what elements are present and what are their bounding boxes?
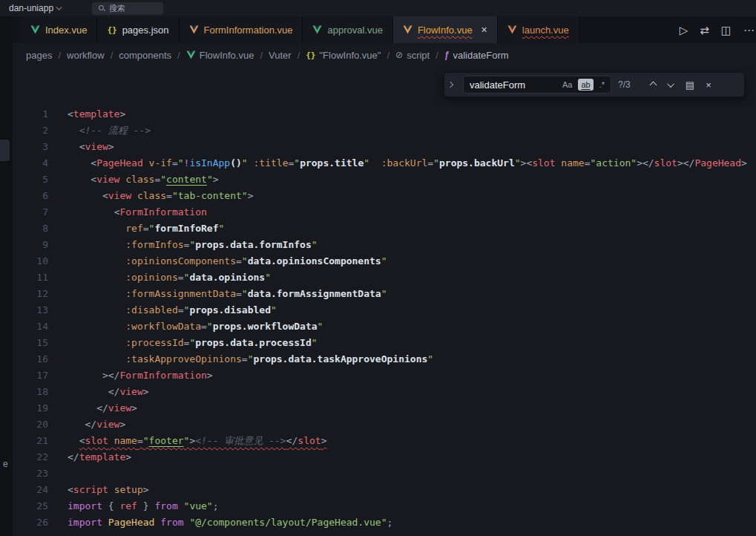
- code-line-text: :opinions="data.opinions": [125, 269, 271, 286]
- line-number: 19: [13, 400, 48, 416]
- breadcrumb-label: "FlowInfo.vue": [320, 50, 381, 61]
- tab-flowinfo-vue[interactable]: FlowInfo.vue×: [393, 16, 498, 43]
- close-find-button[interactable]: ×: [703, 79, 714, 91]
- code-line-text: <template>: [68, 106, 125, 122]
- tab-launch-vue[interactable]: launch.vue: [498, 16, 579, 43]
- breadcrumb-separator: /: [298, 50, 300, 61]
- regex-button[interactable]: .*: [596, 79, 608, 91]
- tab-label: Index.vue: [45, 24, 87, 36]
- code-line[interactable]: 5 <view class="content">: [13, 171, 756, 188]
- line-number: 17: [13, 367, 48, 384]
- code-line[interactable]: 13 :disabled="props.disabled": [13, 302, 756, 318]
- code-line[interactable]: 15 :processId="props.data.processId": [13, 335, 756, 351]
- code-line-text: :opinionsComponents="data.opinionsCompon…: [125, 253, 387, 269]
- code-line-text: import PageHead from "@/components/layou…: [68, 514, 392, 531]
- code-line-text: <slot name="footer"><!-- 审批意见 --></slot>: [79, 433, 327, 449]
- code-line[interactable]: 10 :opinionsComponents="data.opinionsCom…: [13, 253, 756, 269]
- code-line[interactable]: 7 <FormInformation: [13, 204, 756, 220]
- tab-index-vue[interactable]: Index.vue: [21, 16, 97, 43]
- find-widget: Aa ab .* ?/3 ▤ ×: [444, 72, 745, 97]
- sidebar-marker[interactable]: [0, 140, 10, 161]
- code-line-text: <view>: [79, 139, 114, 155]
- tab-pages-json[interactable]: {}pages.json: [97, 16, 179, 43]
- breadcrumb: pages/workflow/components/FlowInfo.vue/V…: [13, 43, 756, 67]
- code-line[interactable]: 3 <view>: [13, 139, 756, 155]
- breadcrumb-item-workflow[interactable]: workflow: [67, 50, 105, 61]
- line-number: 4: [13, 155, 48, 171]
- tab-forminformation-vue[interactable]: FormInformation.vue: [180, 16, 303, 43]
- code-line[interactable]: 12 :formAssignmentData="data.formAssignm…: [13, 286, 756, 302]
- run-button[interactable]: ▷: [680, 24, 688, 36]
- breadcrumb-item-pages[interactable]: pages: [26, 50, 52, 61]
- code-line[interactable]: 16 :taskApproveOpinions="props.data.task…: [13, 351, 756, 367]
- breadcrumb-separator: /: [260, 50, 263, 61]
- split-editor-button[interactable]: ◫: [721, 24, 732, 36]
- code-line[interactable]: 17 ></FormInformation>: [13, 367, 756, 384]
- breadcrumb-item-flowinfo-vue[interactable]: FlowInfo.vue: [186, 50, 254, 61]
- line-number: 1: [13, 106, 48, 122]
- breadcrumb-item--flowinfo-vue-[interactable]: {}"FlowInfo.vue": [306, 50, 381, 61]
- breadcrumb-item-script[interactable]: ⊘script: [395, 50, 430, 61]
- code-line-text: </view>: [85, 416, 125, 433]
- match-case-button[interactable]: Aa: [559, 79, 575, 91]
- code-line[interactable]: 9 :formInfos="props.data.formInfos": [13, 237, 756, 253]
- code-lines: 1<template>2 <!-- 流程 -->3 <view>4 <PageH…: [13, 67, 756, 531]
- code-line-text: :formInfos="props.data.formInfos": [125, 237, 317, 253]
- open-changes-button[interactable]: ⇄: [700, 24, 709, 36]
- line-number: 2: [13, 122, 48, 139]
- line-number: 25: [13, 498, 48, 514]
- code-line[interactable]: 19 </view>: [13, 400, 756, 416]
- toggle-replace-button[interactable]: [444, 73, 456, 97]
- chevron-up-icon: [649, 81, 657, 88]
- previous-match-button[interactable]: [647, 79, 659, 91]
- find-in-selection-button[interactable]: ▤: [684, 79, 696, 91]
- code-line-text: :processId="props.data.processId": [125, 335, 317, 351]
- vue-icon: [507, 25, 517, 34]
- title-bar: dan-uniapp 搜索: [0, 0, 756, 16]
- more-actions-button[interactable]: ⋯: [743, 24, 755, 36]
- next-match-button[interactable]: [665, 79, 677, 91]
- command-center-search[interactable]: 搜索: [92, 2, 163, 15]
- breadcrumb-item-validateform[interactable]: ƒvalidateForm: [444, 50, 509, 61]
- line-number: 8: [13, 220, 48, 237]
- breadcrumb-label: components: [119, 50, 171, 61]
- code-line-text: <PageHead v-if="!isInApp()" :title="prop…: [91, 155, 747, 171]
- line-number: 16: [13, 351, 48, 367]
- whole-word-button[interactable]: ab: [578, 79, 593, 91]
- code-line[interactable]: 18 </view>: [13, 384, 756, 400]
- breadcrumb-separator: /: [111, 50, 114, 61]
- code-line[interactable]: 8 ref="formInfoRef": [13, 220, 756, 237]
- code-line[interactable]: 14 :workflowData="props.workflowData": [13, 318, 756, 335]
- code-line[interactable]: 23: [13, 465, 756, 482]
- code-line[interactable]: 6 <view class="tab-content">: [13, 188, 756, 204]
- line-number: 20: [13, 416, 48, 433]
- code-line[interactable]: 22</template>: [13, 449, 756, 465]
- editor-pane[interactable]: 1<template>2 <!-- 流程 -->3 <view>4 <PageH…: [13, 67, 756, 536]
- breadcrumb-separator: /: [387, 50, 389, 61]
- code-line[interactable]: 26import PageHead from "@/components/lay…: [13, 514, 756, 531]
- code-line-text: <view class="tab-content">: [102, 188, 254, 204]
- code-line-text: :disabled="props.disabled": [125, 302, 277, 318]
- code-line[interactable]: 25import { ref } from "vue";: [13, 498, 756, 514]
- code-line[interactable]: 11 :opinions="data.opinions": [13, 269, 756, 286]
- code-line-text: <!-- 流程 -->: [79, 122, 151, 139]
- breadcrumb-item-vuter[interactable]: Vuter: [269, 50, 292, 61]
- tab-approval-vue[interactable]: approval.vue: [303, 16, 392, 43]
- code-line[interactable]: 24<script setup>: [13, 482, 756, 498]
- code-line[interactable]: 20 </view>: [13, 416, 756, 433]
- tab-strip: Index.vue{}pages.jsonFormInformation.vue…: [21, 16, 579, 43]
- breadcrumb-item-components[interactable]: components: [119, 50, 171, 61]
- tab-bar: Index.vue{}pages.jsonFormInformation.vue…: [13, 16, 756, 43]
- tab-label: FormInformation.vue: [204, 24, 293, 36]
- find-input[interactable]: [470, 79, 556, 91]
- code-line[interactable]: 4 <PageHead v-if="!isInApp()" :title="pr…: [13, 155, 756, 171]
- tab-label: FlowInfo.vue: [418, 24, 473, 36]
- code-line[interactable]: 21 <slot name="footer"><!-- 审批意见 --></sl…: [13, 433, 756, 449]
- code-line-text: :taskApproveOpinions="props.data.taskApp…: [125, 351, 433, 367]
- code-line[interactable]: 2 <!-- 流程 -->: [13, 122, 756, 139]
- code-line[interactable]: 1<template>: [13, 106, 756, 122]
- vue-icon: [186, 50, 196, 59]
- close-icon[interactable]: ×: [481, 24, 487, 35]
- project-menu[interactable]: dan-uniapp: [4, 3, 67, 13]
- breadcrumb-separator: /: [58, 50, 61, 61]
